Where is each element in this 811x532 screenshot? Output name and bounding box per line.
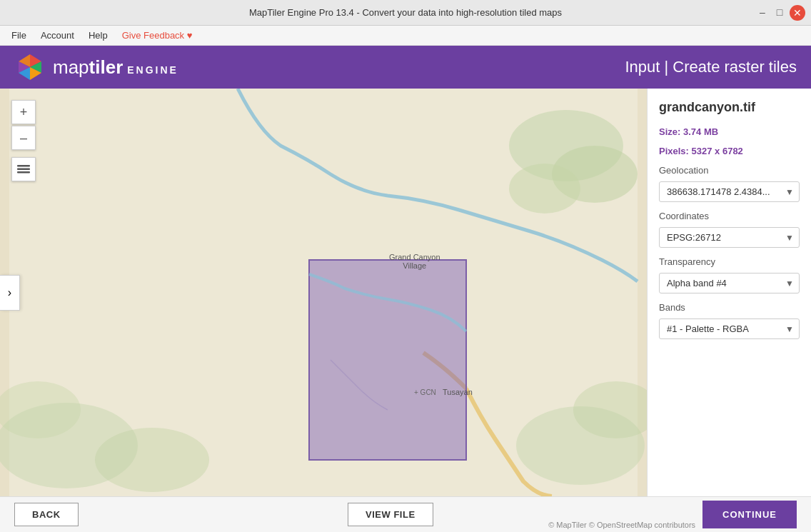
gcn-label: + GCN [414, 388, 436, 396]
bands-dropdown-wrapper: #1 - Palette - RGBA #1 - Greyscale #1 - … [659, 318, 800, 339]
transparency-select[interactable]: Alpha band #4 None Alpha band #1 [659, 273, 800, 293]
svg-rect-19 [17, 171, 30, 174]
size-info: Size: 3.74 MB [659, 126, 800, 137]
view-file-button[interactable]: VIEW FILE [348, 503, 433, 526]
titlebar-title: MapTiler Engine Pro 13.4 - Convert your … [249, 7, 562, 18]
svg-rect-17 [17, 165, 30, 167]
maximize-button[interactable]: □ [772, 5, 787, 19]
sidebar-toggle-button[interactable]: › [0, 275, 20, 311]
continue-button[interactable]: CONTINUE [702, 501, 797, 528]
close-button[interactable]: ✕ [790, 5, 805, 21]
size-label: Size: [659, 126, 680, 137]
zoom-in-button[interactable]: + [11, 100, 36, 124]
svg-rect-18 [17, 169, 30, 171]
map-svg [0, 89, 647, 496]
logo-engine: ENGINE [127, 64, 178, 76]
size-value: 3.74 MB [683, 126, 718, 137]
logo-tiler: tiler [89, 56, 124, 79]
layers-button[interactable] [11, 157, 36, 181]
main-content: + – › Grand CanyonVillage Tusayan + GCN [0, 89, 811, 496]
back-button[interactable]: BACK [14, 503, 79, 526]
zoom-out-button[interactable]: – [11, 126, 36, 150]
titlebar: MapTiler Engine Pro 13.4 - Convert your … [0, 0, 811, 26]
minimize-button[interactable]: – [755, 5, 770, 19]
app-header: maptiler ENGINE Input | Create raster ti… [0, 46, 811, 89]
header-title: Input | Create raster tiles [625, 58, 797, 76]
menubar: File Account Help Give Feedback ♥ [0, 26, 811, 46]
menu-help[interactable]: Help [83, 29, 114, 42]
footer: BACK VIEW FILE © MapTiler © OpenStreetMa… [0, 496, 811, 532]
chevron-right-icon: › [8, 286, 11, 299]
svg-point-10 [509, 164, 580, 214]
pixels-info: Pixels: 5327 x 6782 [659, 146, 800, 156]
bands-label: Bands [659, 302, 800, 313]
pixels-label: Pixels: [659, 146, 689, 156]
logo-map: map [53, 56, 89, 79]
logo-area: maptiler ENGINE [14, 51, 178, 83]
menu-file[interactable]: File [6, 29, 32, 42]
transparency-label: Transparency [659, 256, 800, 267]
filename: grandcanyon.tif [659, 100, 800, 115]
geolocation-label: Geolocation [659, 165, 800, 176]
coordinates-label: Coordinates [659, 211, 800, 221]
transparency-group: Transparency Alpha band #4 None Alpha ba… [659, 256, 800, 293]
layers-icon [17, 163, 30, 176]
map-area[interactable]: + – › Grand CanyonVillage Tusayan + GCN [0, 89, 647, 496]
logo-text: maptiler ENGINE [53, 56, 178, 79]
transparency-dropdown-wrapper: Alpha band #4 None Alpha band #1 ▼ [659, 273, 800, 293]
titlebar-controls: – □ ✕ [755, 5, 805, 21]
coordinates-dropdown-wrapper: EPSG:26712 EPSG:4326 EPSG:3857 ▼ [659, 227, 800, 248]
logo-icon [14, 51, 46, 83]
pixels-value: 5327 x 6782 [692, 146, 743, 156]
svg-point-12 [95, 428, 209, 492]
coordinates-select[interactable]: EPSG:26712 EPSG:4326 EPSG:3857 [659, 227, 800, 248]
map-controls: + – [11, 100, 36, 181]
coordinates-group: Coordinates EPSG:26712 EPSG:4326 EPSG:38… [659, 211, 800, 248]
bands-group: Bands #1 - Palette - RGBA #1 - Greyscale… [659, 302, 800, 339]
bands-select[interactable]: #1 - Palette - RGBA #1 - Greyscale #1 - … [659, 318, 800, 339]
svg-rect-16 [309, 260, 466, 460]
geolocation-dropdown-wrapper: 386638.171478 2.4384... ▼ [659, 181, 800, 202]
menu-feedback[interactable]: Give Feedback ♥ [116, 29, 198, 42]
geolocation-select[interactable]: 386638.171478 2.4384... [659, 181, 800, 202]
copyright-text: © MapTiler © OpenStreetMap contributors [548, 521, 695, 529]
right-panel: grandcanyon.tif Size: 3.74 MB Pixels: 53… [647, 89, 811, 496]
tusayan-label: Tusayan [443, 388, 473, 396]
menu-account[interactable]: Account [35, 29, 80, 42]
geolocation-group: Geolocation 386638.171478 2.4384... ▼ [659, 165, 800, 202]
